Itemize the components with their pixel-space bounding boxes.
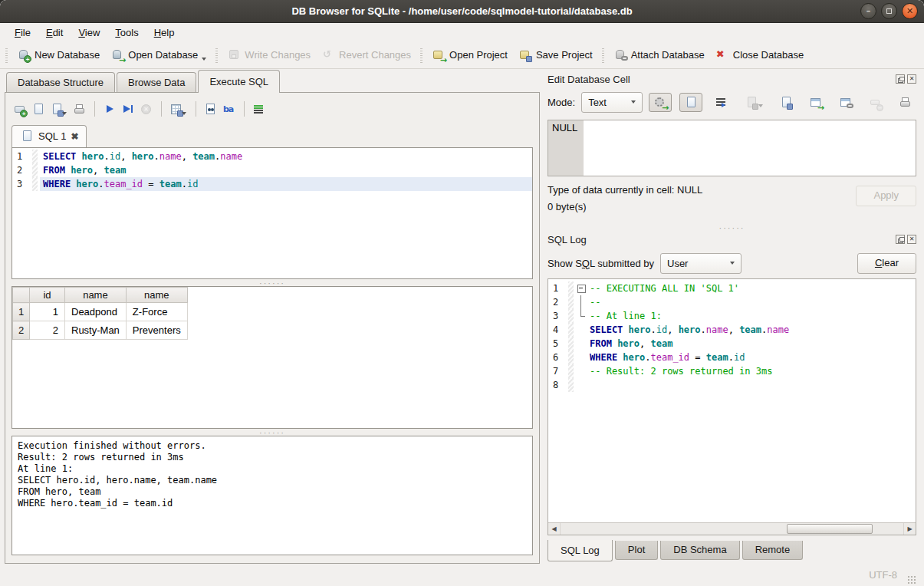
open-in-external-button[interactable] <box>805 93 827 112</box>
cell-log-splitter[interactable]: ······ <box>547 224 916 231</box>
copy-with-link-button[interactable] <box>835 93 857 112</box>
row-header[interactable]: 1 <box>13 303 30 321</box>
sql-tab-bar: SQL 1 ✖ <box>12 123 533 147</box>
sql-tab-label: SQL 1 <box>38 130 66 142</box>
word-wrap-button[interactable] <box>711 93 732 112</box>
clear-log-button[interactable]: Clear <box>857 253 916 274</box>
table-cell[interactable]: 2 <box>30 321 65 340</box>
results-view[interactable]: idnamename 11DeadpondZ-Force22Rusty-ManP… <box>12 286 533 429</box>
export-data-button[interactable] <box>775 93 797 112</box>
tab-remote[interactable]: Remote <box>742 541 804 560</box>
execute-all-button[interactable] <box>103 103 117 116</box>
sql-log-close-icon[interactable] <box>907 235 916 244</box>
table-cell[interactable]: 1 <box>30 303 65 321</box>
gutter-strip <box>568 364 574 378</box>
table-cell[interactable]: Preventers <box>126 321 187 340</box>
print-sql-button[interactable] <box>73 103 87 116</box>
scroll-right-icon[interactable]: ▶ <box>903 523 916 535</box>
sql-tab[interactable]: SQL 1 ✖ <box>12 125 87 147</box>
table-cell[interactable]: Deadpond <box>65 303 127 321</box>
fold-marker-icon[interactable] <box>576 281 587 295</box>
save-project-button[interactable]: Save Project <box>513 45 598 64</box>
tab-plot[interactable]: Plot <box>615 541 658 560</box>
tab-browse-data[interactable]: Browse Data <box>117 72 196 93</box>
maximize-button[interactable] <box>881 3 897 19</box>
code-text: -- EXECUTING ALL IN 'SQL 1' <box>587 281 916 295</box>
resize-grip[interactable] <box>906 574 916 584</box>
line-number: 2 <box>548 295 568 309</box>
open-sql-file-button[interactable] <box>31 103 45 116</box>
open-database-button[interactable]: Open Database <box>105 45 212 64</box>
write-changes-button: Write Changes <box>222 45 316 64</box>
print-cell-button[interactable] <box>895 93 916 112</box>
gutter-strip <box>32 163 38 177</box>
menu-edit[interactable]: Edit <box>39 25 70 40</box>
log-filter-select[interactable]: User <box>660 253 742 274</box>
sql-tab-close-icon[interactable]: ✖ <box>71 132 78 141</box>
execute-current-line-button[interactable] <box>121 103 135 116</box>
fold-guide <box>576 309 587 323</box>
copy-with-link-icon <box>839 96 853 109</box>
mode-select[interactable]: Text <box>581 92 643 113</box>
scroll-left-icon[interactable]: ◀ <box>548 523 561 535</box>
status-bar: UTF-8 <box>0 564 924 586</box>
save-sql-file-button[interactable] <box>50 103 68 116</box>
column-header-name[interactable]: name <box>65 288 127 303</box>
find-replace-button[interactable] <box>204 103 218 116</box>
sql-log-content[interactable]: 1-- EXECUTING ALL IN 'SQL 1'2--3-- At li… <box>548 279 916 522</box>
open-database-label: Open Database <box>128 49 198 61</box>
column-header-id[interactable]: id <box>30 288 65 303</box>
tab-database-structure[interactable]: Database Structure <box>6 72 115 93</box>
execution-message-area[interactable]: Execution finished without errors. Resul… <box>12 436 533 555</box>
new-sql-tab-button[interactable] <box>13 103 27 116</box>
execution-message: Execution finished without errors. Resul… <box>12 436 532 513</box>
menu-help[interactable]: Help <box>147 25 182 40</box>
edit-cell-close-icon[interactable] <box>907 74 916 84</box>
bottom-tab-bar: SQL LogPlotDB SchemaRemote <box>547 541 916 564</box>
sql-log-float-icon[interactable] <box>896 235 905 244</box>
results-table[interactable]: idnamename 11DeadpondZ-Force22Rusty-ManP… <box>12 287 188 340</box>
table-cell[interactable]: Z-Force <box>126 303 187 321</box>
attach-database-button[interactable]: Attach Database <box>608 45 710 64</box>
table-cell[interactable]: Rusty-Man <box>65 321 127 340</box>
gutter-strip <box>568 351 574 364</box>
tab-execute-sql[interactable]: Execute SQL <box>198 70 280 93</box>
new-sql-tab-icon <box>13 103 27 116</box>
gutter-strip <box>568 281 574 295</box>
tab-db-schema[interactable]: DB Schema <box>660 541 739 560</box>
sql-editor[interactable]: 1SELECT hero.id, hero.name, team.name2FR… <box>12 147 533 279</box>
scrollbar-thumb[interactable] <box>787 524 873 534</box>
code-text: -- Result: 2 rows returned in 3ms <box>587 364 916 378</box>
scrollbar-track[interactable] <box>561 523 903 535</box>
export-results-button[interactable] <box>169 103 188 116</box>
code-text <box>587 378 916 392</box>
open-project-button[interactable]: Open Project <box>426 45 513 64</box>
new-database-button[interactable]: New Database <box>12 45 105 64</box>
close-database-button[interactable]: Close Database <box>710 45 810 64</box>
text-mode-button[interactable] <box>679 93 702 112</box>
sql-log-filter-row: Show SQL submitted by User Clear <box>547 248 916 278</box>
edit-cell-float-icon[interactable] <box>896 74 905 84</box>
row-header[interactable]: 2 <box>13 321 30 340</box>
open-in-external-icon <box>809 96 823 109</box>
column-header-name[interactable]: name <box>126 288 187 303</box>
tab-sql-log[interactable]: SQL Log <box>547 540 613 561</box>
menu-view[interactable]: View <box>71 25 107 40</box>
menu-file[interactable]: File <box>8 25 38 40</box>
format-sql-button[interactable] <box>252 103 266 116</box>
cell-editor[interactable]: NULL <box>547 120 916 176</box>
results-message-splitter[interactable]: ······ <box>12 429 533 436</box>
main-area: Database StructureBrowse DataExecute SQL… <box>0 69 924 564</box>
auto-switch-mode-button[interactable] <box>649 93 672 112</box>
minimize-button[interactable]: – <box>860 3 876 19</box>
corner-header[interactable] <box>13 288 30 303</box>
toolbar-separator <box>161 101 162 117</box>
editor-results-splitter[interactable]: ······ <box>12 279 533 286</box>
sql-editor-toolbar <box>12 97 533 120</box>
close-button[interactable]: ✕ <box>902 3 918 19</box>
chevron-down-icon <box>202 58 206 61</box>
log-horizontal-scrollbar[interactable]: ◀ ▶ <box>548 522 916 535</box>
new-database-label: New Database <box>35 49 100 61</box>
auto-completion-button[interactable] <box>222 103 236 116</box>
menu-tools[interactable]: Tools <box>108 25 145 40</box>
